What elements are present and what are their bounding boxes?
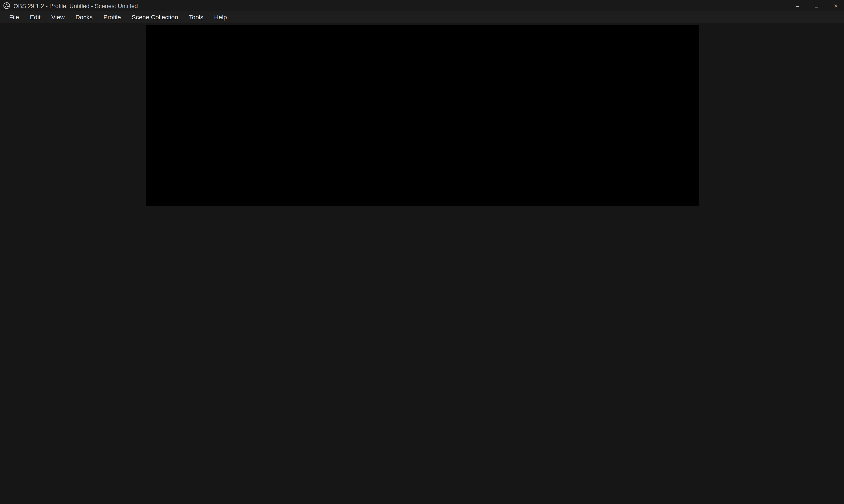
close-button[interactable]: × — [834, 2, 838, 9]
obs-logo-icon — [3, 2, 10, 9]
window-title: OBS 29.1.2 - Profile: Untitled - Scenes:… — [13, 2, 138, 9]
menu-bar: File Edit View Docks Profile Scene Colle… — [0, 11, 844, 23]
menu-help[interactable]: Help — [209, 12, 232, 22]
menu-scene-collection[interactable]: Scene Collection — [126, 12, 183, 22]
menu-profile[interactable]: Profile — [98, 12, 126, 22]
title-bar: OBS 29.1.2 - Profile: Untitled - Scenes:… — [0, 0, 844, 11]
menu-docks[interactable]: Docks — [70, 12, 98, 22]
minimize-button[interactable]: – — [796, 2, 799, 9]
menu-edit[interactable]: Edit — [24, 12, 46, 22]
menu-file[interactable]: File — [4, 12, 24, 22]
preview-area — [0, 23, 844, 206]
obs-window: OBS 29.1.2 - Profile: Untitled - Scenes:… — [0, 0, 844, 206]
menu-view[interactable]: View — [46, 12, 70, 22]
preview-canvas[interactable] — [146, 25, 699, 206]
maximize-button[interactable]: □ — [815, 2, 818, 9]
menu-tools[interactable]: Tools — [183, 12, 209, 22]
